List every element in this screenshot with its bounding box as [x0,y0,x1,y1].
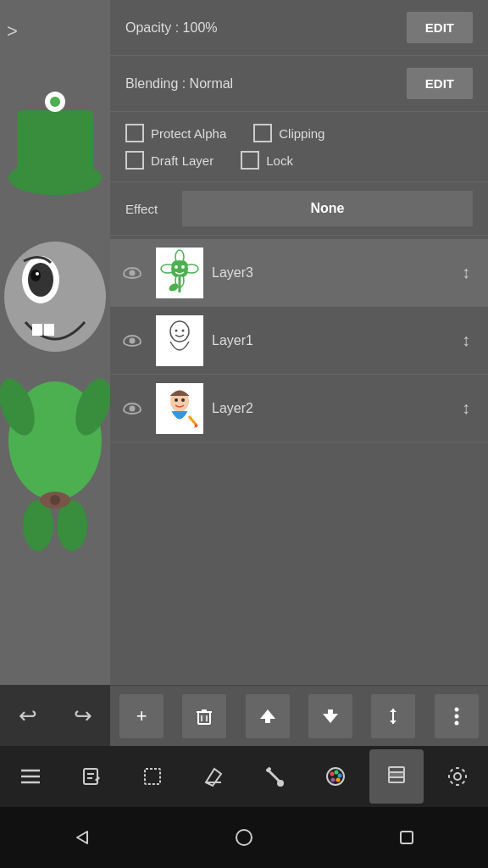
undo-redo-toolbar: ↩ ↪ [0,685,110,746]
checkbox-row-2: Draft Layer Lock [125,151,473,170]
svg-rect-58 [84,769,97,784]
svg-point-67 [330,772,335,776]
svg-marker-45 [260,709,275,719]
svg-point-52 [454,707,458,711]
back-button[interactable] [54,810,108,865]
svg-rect-40 [198,712,210,724]
bottom-toolbar: + [110,685,488,746]
svg-point-33 [182,329,185,331]
layer-row[interactable]: Layer2 ↕ [110,375,488,442]
layer-thumbnail [156,248,203,298]
layer-name: Layer3 [212,265,451,281]
blending-label: Blending : Normal [125,76,233,92]
layer-move-icon[interactable]: ↕ [451,331,481,350]
recent-button[interactable] [380,810,434,865]
svg-point-27 [181,265,185,269]
svg-point-5 [30,270,41,281]
layers-list: Layer3 ↕ Layer1 ↕ [110,236,488,746]
svg-point-68 [335,771,339,775]
layer-thumbnail [156,315,203,366]
layer-thumbnail [156,383,203,434]
layer-eye-icon[interactable] [117,262,147,284]
svg-rect-61 [145,769,160,784]
effect-label: Effect [125,202,172,216]
checkboxes-section: Protect Alpha Clipping Draft Layer Lock [110,112,488,182]
opacity-label: Opacity : 100% [125,20,218,36]
brush-button[interactable] [247,749,302,804]
lock-checkbox-item[interactable]: Lock [241,151,293,170]
swap-button[interactable] [371,694,415,738]
svg-point-2 [4,242,106,352]
svg-point-25 [171,260,188,277]
right-panel: Opacity : 100% EDIT Blending : Normal ED… [110,0,488,746]
svg-point-32 [175,329,178,331]
svg-rect-46 [265,719,270,723]
svg-marker-77 [77,832,87,843]
layer-name: Layer1 [212,333,451,348]
edit-button[interactable] [64,749,119,804]
draft-layer-checkbox[interactable] [125,151,144,170]
layers-button[interactable] [369,749,424,804]
settings-button[interactable] [430,749,485,804]
nav-bar [0,746,488,807]
delete-layer-button[interactable] [182,694,226,738]
svg-point-6 [36,272,39,275]
redo-button[interactable]: ↪ [74,703,92,729]
opacity-row: Opacity : 100% EDIT [110,0,488,56]
lock-checkbox[interactable] [241,151,259,170]
layer-eye-icon[interactable] [117,330,147,352]
blending-edit-button[interactable]: EDIT [407,68,473,99]
move-down-button[interactable] [308,694,352,738]
svg-marker-50 [390,709,396,712]
draft-layer-checkbox-item[interactable]: Draft Layer [125,151,214,170]
more-options-button[interactable] [435,694,479,738]
blending-row: Blending : Normal EDIT [110,56,488,112]
svg-rect-7 [32,324,42,336]
protect-alpha-checkbox[interactable] [125,124,144,142]
svg-point-12 [50,97,60,107]
clipping-checkbox-item[interactable]: Clipping [253,124,324,142]
effect-value-button[interactable]: None [182,191,473,226]
layer-eye-icon[interactable] [117,398,147,420]
undo-button[interactable]: ↩ [19,703,37,729]
layer-move-icon[interactable]: ↕ [451,263,481,282]
clipping-checkbox[interactable] [253,124,272,142]
effect-row: Effect None [110,182,488,236]
clipping-label: Clipping [279,126,324,141]
svg-rect-30 [157,316,202,365]
svg-rect-74 [389,767,404,772]
svg-rect-10 [17,110,93,178]
svg-marker-51 [390,721,396,724]
layer-name: Layer2 [212,401,451,416]
layer-row[interactable]: Layer1 ↕ [110,307,488,375]
svg-point-70 [336,778,341,782]
svg-point-75 [454,773,461,780]
svg-point-53 [454,714,458,718]
svg-point-78 [236,830,252,845]
svg-point-71 [331,778,336,782]
expand-arrow[interactable]: > [7,20,18,42]
checkbox-row-1: Protect Alpha Clipping [125,124,473,142]
svg-point-26 [175,265,178,269]
canvas-area [0,0,110,746]
eraser-button[interactable] [186,749,241,804]
select-button[interactable] [125,749,180,804]
menu-button[interactable] [3,749,58,804]
lock-label: Lock [266,153,293,168]
palette-button[interactable] [308,749,363,804]
layer-move-icon[interactable]: ↕ [451,398,481,418]
svg-point-4 [28,263,53,297]
svg-point-37 [181,398,185,402]
layer-row[interactable]: Layer3 ↕ [110,239,488,307]
protect-alpha-checkbox-item[interactable]: Protect Alpha [125,124,226,142]
svg-rect-48 [328,709,333,714]
svg-point-18 [50,495,60,505]
draft-layer-label: Draft Layer [151,153,214,168]
home-button[interactable] [217,810,271,865]
svg-point-54 [454,721,458,725]
add-layer-button[interactable]: + [119,694,164,738]
svg-point-76 [449,768,466,785]
opacity-edit-button[interactable]: EDIT [407,12,473,43]
move-up-button[interactable] [246,694,290,738]
svg-marker-47 [323,714,338,723]
